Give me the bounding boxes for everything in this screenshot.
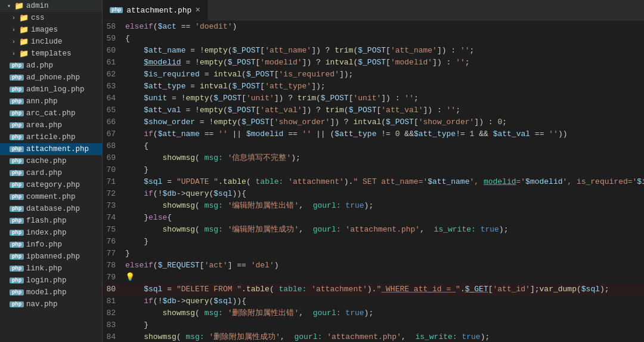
php-badge: php xyxy=(10,170,24,176)
php-badge: php xyxy=(10,206,24,212)
code-line-77: 77 } xyxy=(103,248,644,260)
sidebar-item-css[interactable]: › 📁 css xyxy=(0,12,102,24)
line-number: 60 xyxy=(103,45,125,57)
php-badge: php xyxy=(10,146,24,152)
sidebar-item-attachment[interactable]: php attachment.php xyxy=(0,143,102,155)
php-badge: php xyxy=(10,122,24,128)
code-text: $sql = "UPDATE ".table( table: 'attachme… xyxy=(125,176,644,188)
php-badge: php xyxy=(10,218,24,224)
code-editor[interactable]: 58 elseif($act == 'doedit') 59 { 60 $att… xyxy=(103,21,644,342)
sidebar-item-ad[interactable]: php ad.php xyxy=(0,60,102,72)
code-text: showmsg( msg: '删除附加属性成功', gourl: 'attach… xyxy=(125,331,644,342)
sidebar-item-arc-cat[interactable]: php arc_cat.php xyxy=(0,107,102,119)
sidebar-item-admin[interactable]: ▾ 📁 admin xyxy=(0,0,102,12)
sidebar-item-ipbanned[interactable]: php ipbanned.php xyxy=(0,251,102,263)
sidebar-item-label: index.php xyxy=(26,229,67,237)
sidebar-item-admin-log[interactable]: php admin_log.php xyxy=(0,84,102,95)
folder-icon: 📁 xyxy=(19,37,29,47)
code-text: if(!$db->query($sql)){ xyxy=(125,295,644,307)
sidebar-item-ad-phone[interactable]: php ad_phone.php xyxy=(0,72,102,84)
sidebar-item-label: admin xyxy=(26,2,49,10)
code-text: } xyxy=(125,236,644,248)
php-badge: php xyxy=(10,87,24,93)
code-line-72: 72 if(!$db->query($sql)){ xyxy=(103,188,644,200)
sidebar-item-label: admin_log.php xyxy=(26,85,85,94)
php-badge: php xyxy=(10,63,24,69)
line-number: 75 xyxy=(103,224,125,236)
sidebar-item-label: templates xyxy=(31,50,72,58)
php-badge: php xyxy=(10,98,24,104)
code-text: $sql = "DELETE FROM ".table( table: 'att… xyxy=(125,284,644,295)
sidebar-item-label: nav.php xyxy=(26,300,58,309)
line-number: 64 xyxy=(103,93,125,104)
sidebar-item-database[interactable]: php database.php xyxy=(0,203,102,215)
line-number: 58 xyxy=(103,21,125,33)
sidebar-item-label: ipbanned.php xyxy=(26,252,80,261)
sidebar-item-label: category.php xyxy=(26,181,80,189)
code-text: $modelid = !empty($_POST['modelid']) ? i… xyxy=(125,57,644,69)
sidebar-item-link[interactable]: php link.php xyxy=(0,263,102,275)
sidebar-item-index[interactable]: php index.php xyxy=(0,227,102,239)
code-text: $att_type = intval($_POST['att_type']); xyxy=(125,81,644,93)
folder-icon: 📁 xyxy=(19,25,29,35)
code-line-84: 84 showmsg( msg: '删除附加属性成功', gourl: 'att… xyxy=(103,331,644,342)
code-text: } xyxy=(125,164,644,176)
sidebar-item-label: ad_phone.php xyxy=(26,73,80,82)
php-badge: php xyxy=(10,289,24,295)
sidebar-item-card[interactable]: php card.php xyxy=(0,167,102,179)
tab-close-button[interactable]: × xyxy=(195,6,200,14)
line-number: 76 xyxy=(103,236,125,248)
tab-filename: attachment.php xyxy=(126,6,191,15)
code-text: 💡 xyxy=(125,272,644,284)
sidebar-item-label: cache.php xyxy=(26,157,67,165)
code-line-73: 73 showmsg( msg: '编辑附加属性出错', gourl: true… xyxy=(103,200,644,212)
sidebar-item-label: link.php xyxy=(26,264,62,273)
sidebar-item-cache[interactable]: php cache.php xyxy=(0,155,102,167)
line-number: 62 xyxy=(103,69,125,81)
php-badge: php xyxy=(10,158,24,164)
chevron-right-icon: › xyxy=(10,27,18,33)
code-line-66: 66 $show_order = !empty($_POST['show_ord… xyxy=(103,116,644,128)
code-line-76: 76 } xyxy=(103,236,644,248)
sidebar-item-flash[interactable]: php flash.php xyxy=(0,215,102,227)
sidebar-item-nav[interactable]: php nav.php xyxy=(0,298,102,310)
chevron-right-icon: › xyxy=(10,51,18,57)
code-text: if($att_name == '' || $modelid == '' || … xyxy=(125,128,644,140)
line-number: 77 xyxy=(103,248,125,260)
sidebar-item-label: login.php xyxy=(26,276,67,285)
sidebar-item-label: info.php xyxy=(26,241,62,249)
sidebar-item-article[interactable]: php article.php xyxy=(0,131,102,143)
sidebar-item-images[interactable]: › 📁 images xyxy=(0,24,102,36)
php-badge: php xyxy=(10,75,24,81)
sidebar-item-label: images xyxy=(31,26,58,34)
code-text: showmsg( msg: '删除附加属性出错', gourl: true); xyxy=(125,307,644,319)
code-text: } xyxy=(125,248,644,260)
tab-attachment-php[interactable]: php attachment.php × xyxy=(103,0,208,20)
php-badge: php xyxy=(10,110,24,116)
sidebar-item-label: comment.php xyxy=(26,193,76,201)
code-text: showmsg( msg: '信息填写不完整'); xyxy=(125,152,644,164)
sidebar-item-model[interactable]: php model.php xyxy=(0,286,102,298)
php-badge: php xyxy=(10,254,24,260)
code-text: showmsg( msg: '编辑附加属性成功', gourl: 'attach… xyxy=(125,224,644,236)
code-line-59: 59 { xyxy=(103,33,644,45)
sidebar-item-info[interactable]: php info.php xyxy=(0,239,102,251)
sidebar-item-label: database.php xyxy=(26,205,80,213)
code-text: $att_name = !empty($_POST['att_name']) ?… xyxy=(125,45,644,57)
php-badge: php xyxy=(10,194,24,200)
code-line-81: 81 if(!$db->query($sql)){ xyxy=(103,295,644,307)
line-number: 82 xyxy=(103,307,125,319)
sidebar-item-area[interactable]: php area.php xyxy=(0,119,102,131)
line-number: 79 xyxy=(103,272,125,284)
sidebar-item-label: article.php xyxy=(26,133,76,141)
code-text: }else{ xyxy=(125,212,644,224)
sidebar-item-category[interactable]: php category.php xyxy=(0,179,102,191)
line-number: 70 xyxy=(103,164,125,176)
sidebar-item-comment[interactable]: php comment.php xyxy=(0,191,102,203)
code-line-65: 65 $att_val = !empty($_POST['att_val']) … xyxy=(103,104,644,116)
sidebar-item-ann[interactable]: php ann.php xyxy=(0,95,102,107)
sidebar-item-login[interactable]: php login.php xyxy=(0,275,102,286)
sidebar-item-templates[interactable]: › 📁 templates xyxy=(0,48,102,60)
code-line-61: 61 $modelid = !empty($_POST['modelid']) … xyxy=(103,57,644,69)
sidebar-item-include[interactable]: › 📁 include xyxy=(0,36,102,48)
